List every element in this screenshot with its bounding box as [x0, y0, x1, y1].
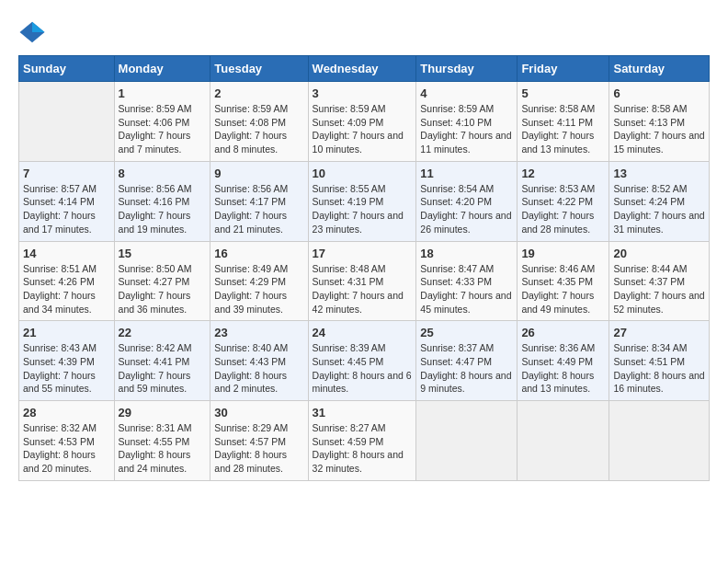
- day-detail: Sunrise: 8:50 AMSunset: 4:27 PMDaylight:…: [119, 262, 207, 316]
- day-cell: 30Sunrise: 8:29 AMSunset: 4:57 PMDayligh…: [210, 401, 308, 481]
- day-cell: 14Sunrise: 8:51 AMSunset: 4:26 PMDayligh…: [19, 241, 115, 321]
- day-detail: Sunrise: 8:34 AMSunset: 4:51 PMDaylight:…: [613, 341, 705, 396]
- day-cell: 6Sunrise: 8:58 AMSunset: 4:13 PMDaylight…: [609, 82, 710, 162]
- day-cell: 5Sunrise: 8:58 AMSunset: 4:11 PMDaylight…: [518, 82, 609, 162]
- day-detail: Sunrise: 8:53 AMSunset: 4:22 PMDaylight:…: [521, 182, 605, 236]
- day-detail: Sunrise: 8:39 AMSunset: 4:45 PMDaylight:…: [313, 341, 413, 396]
- day-number: 29: [119, 406, 207, 419]
- header-day-tuesday: Tuesday: [210, 56, 308, 82]
- day-number: 3: [313, 86, 413, 100]
- header-day-wednesday: Wednesday: [308, 56, 416, 82]
- day-number: 25: [420, 326, 513, 339]
- header-day-thursday: Thursday: [416, 56, 518, 82]
- day-cell: 27Sunrise: 8:34 AMSunset: 4:51 PMDayligh…: [609, 321, 710, 401]
- day-cell: 13Sunrise: 8:52 AMSunset: 4:24 PMDayligh…: [609, 161, 710, 241]
- day-number: 14: [23, 247, 110, 260]
- page-header: [18, 18, 710, 46]
- day-cell: 15Sunrise: 8:50 AMSunset: 4:27 PMDayligh…: [114, 241, 210, 321]
- day-detail: Sunrise: 8:27 AMSunset: 4:59 PMDaylight:…: [313, 421, 413, 476]
- day-detail: Sunrise: 8:43 AMSunset: 4:39 PMDaylight:…: [23, 341, 110, 396]
- day-cell: 31Sunrise: 8:27 AMSunset: 4:59 PMDayligh…: [308, 401, 416, 481]
- day-number: 22: [119, 326, 207, 339]
- day-number: 11: [420, 167, 513, 180]
- day-cell: 22Sunrise: 8:42 AMSunset: 4:41 PMDayligh…: [114, 321, 210, 401]
- header-day-sunday: Sunday: [19, 56, 115, 82]
- day-number: 23: [214, 326, 303, 339]
- day-detail: Sunrise: 8:59 AMSunset: 4:06 PMDaylight:…: [119, 102, 207, 156]
- day-number: 4: [420, 86, 513, 100]
- day-cell: [19, 82, 115, 162]
- day-number: 26: [521, 326, 605, 339]
- day-number: 9: [214, 167, 303, 180]
- day-detail: Sunrise: 8:59 AMSunset: 4:08 PMDaylight:…: [214, 102, 303, 156]
- header-row: SundayMondayTuesdayWednesdayThursdayFrid…: [19, 56, 710, 82]
- day-number: 2: [214, 86, 303, 100]
- week-row-1: 1Sunrise: 8:59 AMSunset: 4:06 PMDaylight…: [19, 82, 710, 162]
- logo-icon: [18, 18, 46, 46]
- calendar-table: SundayMondayTuesdayWednesdayThursdayFrid…: [18, 55, 710, 481]
- day-number: 1: [119, 86, 207, 100]
- day-detail: Sunrise: 8:47 AMSunset: 4:33 PMDaylight:…: [420, 262, 513, 316]
- day-detail: Sunrise: 8:31 AMSunset: 4:55 PMDaylight:…: [119, 421, 207, 476]
- day-detail: Sunrise: 8:56 AMSunset: 4:16 PMDaylight:…: [119, 182, 207, 236]
- day-detail: Sunrise: 8:55 AMSunset: 4:19 PMDaylight:…: [313, 182, 413, 236]
- calendar-body: 1Sunrise: 8:59 AMSunset: 4:06 PMDaylight…: [19, 82, 710, 481]
- day-cell: 4Sunrise: 8:59 AMSunset: 4:10 PMDaylight…: [416, 82, 518, 162]
- day-detail: Sunrise: 8:29 AMSunset: 4:57 PMDaylight:…: [214, 421, 303, 476]
- day-detail: Sunrise: 8:46 AMSunset: 4:35 PMDaylight:…: [521, 262, 605, 316]
- day-number: 28: [23, 406, 110, 419]
- day-cell: 16Sunrise: 8:49 AMSunset: 4:29 PMDayligh…: [210, 241, 308, 321]
- day-detail: Sunrise: 8:32 AMSunset: 4:53 PMDaylight:…: [23, 421, 110, 476]
- week-row-5: 28Sunrise: 8:32 AMSunset: 4:53 PMDayligh…: [19, 401, 710, 481]
- week-row-2: 7Sunrise: 8:57 AMSunset: 4:14 PMDaylight…: [19, 161, 710, 241]
- day-detail: Sunrise: 8:37 AMSunset: 4:47 PMDaylight:…: [420, 341, 513, 396]
- day-number: 20: [613, 247, 705, 260]
- day-number: 30: [214, 406, 303, 419]
- day-cell: [518, 401, 609, 481]
- calendar-header: SundayMondayTuesdayWednesdayThursdayFrid…: [19, 56, 710, 82]
- day-cell: 20Sunrise: 8:44 AMSunset: 4:37 PMDayligh…: [609, 241, 710, 321]
- header-day-friday: Friday: [518, 56, 609, 82]
- day-cell: 23Sunrise: 8:40 AMSunset: 4:43 PMDayligh…: [210, 321, 308, 401]
- day-detail: Sunrise: 8:48 AMSunset: 4:31 PMDaylight:…: [313, 262, 413, 316]
- day-number: 27: [613, 326, 705, 339]
- day-cell: [609, 401, 710, 481]
- day-cell: 1Sunrise: 8:59 AMSunset: 4:06 PMDaylight…: [114, 82, 210, 162]
- day-cell: 26Sunrise: 8:36 AMSunset: 4:49 PMDayligh…: [518, 321, 609, 401]
- day-detail: Sunrise: 8:58 AMSunset: 4:13 PMDaylight:…: [613, 102, 705, 156]
- day-cell: [416, 401, 518, 481]
- day-cell: 7Sunrise: 8:57 AMSunset: 4:14 PMDaylight…: [19, 161, 115, 241]
- day-number: 18: [420, 247, 513, 260]
- day-detail: Sunrise: 8:52 AMSunset: 4:24 PMDaylight:…: [613, 182, 705, 236]
- day-cell: 28Sunrise: 8:32 AMSunset: 4:53 PMDayligh…: [19, 401, 115, 481]
- day-number: 31: [313, 406, 413, 419]
- day-cell: 21Sunrise: 8:43 AMSunset: 4:39 PMDayligh…: [19, 321, 115, 401]
- day-number: 5: [521, 86, 605, 100]
- day-number: 15: [119, 247, 207, 260]
- day-cell: 10Sunrise: 8:55 AMSunset: 4:19 PMDayligh…: [308, 161, 416, 241]
- day-cell: 12Sunrise: 8:53 AMSunset: 4:22 PMDayligh…: [518, 161, 609, 241]
- day-number: 16: [214, 247, 303, 260]
- day-cell: 3Sunrise: 8:59 AMSunset: 4:09 PMDaylight…: [308, 82, 416, 162]
- day-detail: Sunrise: 8:59 AMSunset: 4:10 PMDaylight:…: [420, 102, 513, 156]
- day-number: 17: [313, 247, 413, 260]
- day-detail: Sunrise: 8:57 AMSunset: 4:14 PMDaylight:…: [23, 182, 110, 236]
- day-number: 12: [521, 167, 605, 180]
- day-cell: 11Sunrise: 8:54 AMSunset: 4:20 PMDayligh…: [416, 161, 518, 241]
- week-row-4: 21Sunrise: 8:43 AMSunset: 4:39 PMDayligh…: [19, 321, 710, 401]
- day-number: 8: [119, 167, 207, 180]
- day-number: 24: [313, 326, 413, 339]
- day-number: 10: [313, 167, 413, 180]
- day-detail: Sunrise: 8:54 AMSunset: 4:20 PMDaylight:…: [420, 182, 513, 236]
- day-cell: 24Sunrise: 8:39 AMSunset: 4:45 PMDayligh…: [308, 321, 416, 401]
- header-day-monday: Monday: [114, 56, 210, 82]
- day-detail: Sunrise: 8:59 AMSunset: 4:09 PMDaylight:…: [313, 102, 413, 156]
- svg-marker-1: [32, 22, 45, 32]
- day-cell: 19Sunrise: 8:46 AMSunset: 4:35 PMDayligh…: [518, 241, 609, 321]
- day-cell: 25Sunrise: 8:37 AMSunset: 4:47 PMDayligh…: [416, 321, 518, 401]
- day-detail: Sunrise: 8:42 AMSunset: 4:41 PMDaylight:…: [119, 341, 207, 396]
- logo: [18, 18, 48, 46]
- day-cell: 9Sunrise: 8:56 AMSunset: 4:17 PMDaylight…: [210, 161, 308, 241]
- day-detail: Sunrise: 8:51 AMSunset: 4:26 PMDaylight:…: [23, 262, 110, 316]
- header-day-saturday: Saturday: [609, 56, 710, 82]
